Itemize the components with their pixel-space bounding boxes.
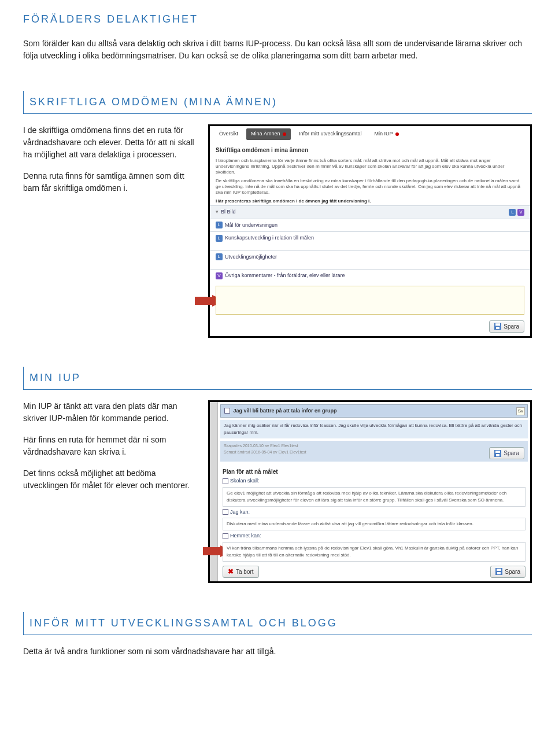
para-infor: Detta är två andra funktioner som ni som…	[23, 646, 532, 658]
field-mal[interactable]: LMål för undervisningen	[210, 219, 530, 232]
heading-foralders: FÖRÄLDERS DELAKTIGHET	[23, 12, 532, 27]
shot-heading: Skriftliga omdömen i mina ämnen	[210, 142, 530, 157]
spara-button[interactable]: Spara	[490, 566, 526, 578]
goal-body: Jag känner mig osäker när vi får redovis…	[220, 420, 528, 438]
goal-header[interactable]: Jag vill bli bättre på att tala inför en…	[220, 404, 528, 418]
spara-button[interactable]: Spara	[489, 320, 524, 333]
shot-para-2: De skriftliga omdömena ska innehålla en …	[210, 177, 530, 197]
plan-title: Plan för att nå målet	[218, 464, 530, 477]
svg-rect-10	[497, 572, 501, 574]
box-hemmet[interactable]: Vi kan träna tillsammans hemma och lyssn…	[223, 542, 526, 562]
para-miniup-1: Min IUP är tänkt att vara den plats där …	[23, 400, 197, 425]
section-skriftliga: SKRIFTLIGA OMDÖMEN (MINA ÄMNEN) I de skr…	[23, 91, 532, 338]
tab-mina-amnen[interactable]: Mina Ämnen	[246, 128, 291, 140]
checkbox-icon[interactable]	[223, 533, 228, 539]
comment-textbox[interactable]	[216, 286, 524, 315]
checkbox-icon[interactable]	[223, 478, 228, 484]
para-miniup-3: Det finns också möjlighet att bedöma utv…	[23, 467, 197, 492]
heading-infor: INFÖR MITT UTVECKLINGSSAMTAL OCH BLOGG	[23, 612, 532, 635]
tab-oversikt[interactable]: Översikt	[214, 128, 243, 140]
sv-badge: Sv	[516, 407, 525, 415]
disk-icon	[495, 568, 502, 575]
heading-skriftliga: SKRIFTLIGA OMDÖMEN (MINA ÄMNEN)	[23, 91, 532, 114]
heading-min-iup: MIN IUP	[23, 367, 532, 390]
para-foralders: Som förälder kan du alltså vara delaktig…	[23, 38, 532, 62]
badge-v-icon: V	[216, 272, 223, 279]
subject-label: Bl Bild	[221, 208, 236, 216]
badge-l-icon: L	[216, 222, 223, 228]
shot-para-1: I läroplanen och kursplanerna för varje …	[210, 157, 530, 177]
para-skriftliga-2: Denna ruta finns för samtliga ämnen som …	[23, 170, 197, 194]
shot-para-3: Här presenteras skriftliga omdömen i de …	[210, 197, 530, 205]
tab-bar: Översikt Mina Ämnen Inför mitt utvecklin…	[210, 126, 530, 142]
spara-button[interactable]: Spara	[489, 447, 524, 459]
plus-icon	[283, 132, 286, 136]
field-ovriga[interactable]: VÖvriga kommentarer - från föräldrar, el…	[210, 269, 530, 282]
x-icon: ✖	[228, 568, 234, 575]
screenshot-min-iup: Jag vill bli bättre på att tala inför en…	[208, 400, 532, 583]
section-infor: INFÖR MITT UTVECKLINGSSAMTAL OCH BLOGG D…	[23, 612, 532, 658]
badge-l-icon: L	[216, 235, 223, 242]
box-jag[interactable]: Diskutera med mina undervisande lärare o…	[223, 518, 526, 530]
svg-rect-3	[496, 327, 500, 329]
checkbox-icon[interactable]	[224, 408, 230, 414]
disk-icon	[494, 450, 501, 457]
checkbox-icon[interactable]	[223, 509, 228, 515]
box-hemmet-header: Hemmet kan:	[218, 532, 530, 540]
box-skolan-header: Skolan skall:	[218, 477, 530, 485]
tab-infor[interactable]: Inför mitt utvecklingssamtal	[294, 128, 367, 140]
box-jag-header: Jag kan:	[218, 508, 530, 517]
disk-icon	[494, 323, 501, 330]
svg-rect-5	[495, 451, 500, 453]
tab-min-iup[interactable]: Min IUP	[370, 128, 404, 140]
svg-rect-9	[497, 569, 501, 571]
goal-title: Jag vill bli bättre på att tala inför en…	[234, 408, 337, 414]
para-skriftliga-1: I de skriftliga omdömena finns det en ru…	[23, 124, 197, 161]
svg-rect-6	[496, 454, 500, 456]
section-min-iup: MIN IUP Min IUP är tänkt att vara den pl…	[23, 367, 532, 583]
field-kunskap[interactable]: LKunskapsutveckling i relation till måle…	[210, 231, 530, 245]
field-utveckling[interactable]: LUtvecklingsmöjligheter	[210, 250, 530, 264]
screenshot-mina-amnen: Översikt Mina Ämnen Inför mitt utvecklin…	[208, 124, 532, 338]
subject-row[interactable]: ▾ Bl Bild L V	[210, 205, 530, 219]
svg-rect-2	[495, 323, 500, 326]
para-miniup-2: Här finns en ruta för hemmet där ni som …	[23, 434, 197, 458]
box-skolan[interactable]: Ge elev1 möjlighet att utveckla sin förm…	[223, 487, 526, 507]
section-foralders: FÖRÄLDERS DELAKTIGHET Som förälder kan d…	[23, 12, 532, 62]
badge-l-icon: L	[216, 253, 223, 260]
ta-bort-button[interactable]: ✖ Ta bort	[223, 566, 259, 578]
dot-icon	[395, 132, 399, 136]
